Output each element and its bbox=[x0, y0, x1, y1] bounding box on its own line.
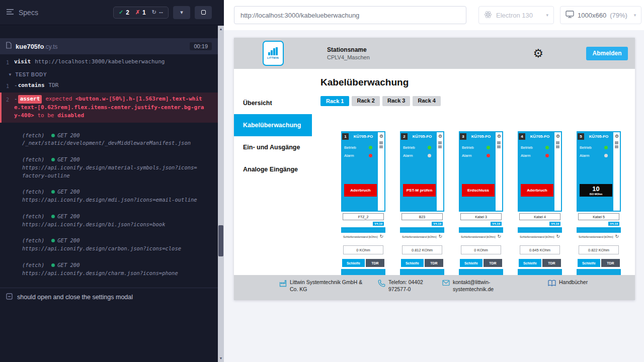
fetch-status: GET 200 bbox=[51, 188, 79, 196]
alarm-led bbox=[487, 154, 490, 157]
specs-menu-icon[interactable] bbox=[6, 8, 14, 17]
footer-phone: Telefon: 04402 972577-0 bbox=[378, 279, 429, 293]
status-button[interactable]: Erdschluss bbox=[462, 184, 495, 197]
card-header: 5 KÜ705-FO ⚙ bbox=[577, 131, 621, 140]
status-button[interactable]: PST-M prüfen bbox=[403, 184, 436, 197]
spec-extension: .cy.ts bbox=[44, 43, 57, 50]
rack-tab[interactable]: Rack 4 bbox=[413, 96, 440, 106]
sidebar-item[interactable]: Kabelüberwachung bbox=[234, 114, 312, 136]
rack-tab[interactable]: Rack 3 bbox=[382, 96, 410, 106]
schleife-button[interactable]: Schleife bbox=[519, 259, 541, 267]
led-panel: Betrieb Alarm bbox=[518, 140, 549, 158]
cypress-window: Specs ✓2 ✗1 ↻-- ▾ kue705fo.cy.ts 00:19 1… bbox=[0, 0, 644, 362]
sidebar-item[interactable]: Ein- und Ausgänge bbox=[234, 136, 312, 158]
command-prefix: - bbox=[14, 82, 18, 88]
station-label: Stationsname bbox=[327, 46, 370, 53]
viewport-select[interactable]: 1000x660 (79%) ▾ bbox=[560, 6, 641, 24]
tdr-button[interactable]: TDR bbox=[542, 259, 561, 267]
card-settings-button[interactable]: ⚙ bbox=[437, 133, 444, 140]
fetch-url: https://api.iconify.design/material-symb… bbox=[22, 164, 199, 180]
gear-icon: ⚙ bbox=[497, 134, 501, 139]
tdr-button[interactable]: TDR bbox=[484, 259, 502, 267]
refresh-icon[interactable]: ↻ bbox=[556, 234, 560, 239]
refresh-icon[interactable]: ↻ bbox=[379, 234, 383, 239]
logout-button[interactable]: Abmelden bbox=[586, 47, 628, 60]
alarm-row: Alarm bbox=[580, 153, 608, 158]
schleife-button[interactable]: Schleife bbox=[460, 259, 482, 267]
schleife-button[interactable]: Schleife bbox=[578, 259, 600, 267]
app-header: LITTWIN Stationsname CPLV4_Maschen ⚙ Abm… bbox=[234, 38, 635, 69]
refresh-icon[interactable]: ↻ bbox=[497, 234, 501, 239]
betrieb-row: Betrieb bbox=[344, 145, 372, 150]
status-button[interactable]: 10 ISO MOhm bbox=[580, 184, 612, 197]
version-badge: V4.19 bbox=[373, 222, 384, 226]
refresh-icon[interactable]: ↻ bbox=[615, 234, 619, 239]
measurement-title-row: Schleifenwiderstand [kOhm] ↻ bbox=[342, 234, 384, 239]
tdr-button[interactable]: TDR bbox=[425, 259, 443, 267]
alarm-label: Alarm bbox=[521, 153, 531, 158]
visit-command-row[interactable]: 1 visithttp://localhost:3000/kabelueberw… bbox=[0, 56, 218, 68]
betrieb-led bbox=[545, 146, 549, 149]
card-number: 2 bbox=[401, 133, 408, 140]
version-row: V4.19 bbox=[401, 220, 443, 226]
tdr-button[interactable]: TDR bbox=[366, 259, 384, 267]
next-test-row[interactable]: should open and close the settings modal bbox=[0, 288, 218, 306]
card-number: 4 bbox=[519, 133, 525, 140]
alarm-row: Alarm bbox=[462, 153, 490, 158]
test-icon bbox=[6, 293, 13, 301]
scrollbar-thumb[interactable] bbox=[218, 225, 223, 256]
url-bar[interactable]: http://localhost:3000/kabelueberwachung bbox=[234, 6, 466, 24]
browser-select[interactable]: Electron 130 ▾ bbox=[478, 6, 554, 24]
spec-file-bar[interactable]: kue705fo.cy.ts 00:19 bbox=[0, 38, 218, 54]
sidebar-item[interactable]: Analoge Eingänge bbox=[234, 158, 312, 180]
failed-assert-row[interactable]: 2 -assertexpected <button.w-[50%].h-[1.5… bbox=[0, 93, 218, 123]
specs-label[interactable]: Specs bbox=[19, 9, 38, 17]
tdr-button[interactable]: TDR bbox=[601, 259, 620, 267]
measurement-value: 0 KOhm bbox=[461, 245, 501, 254]
settings-gear-icon[interactable]: ⚙ bbox=[533, 48, 543, 59]
led-panel: Betrieb Alarm bbox=[341, 140, 372, 158]
aut-frame: LITTWIN Stationsname CPLV4_Maschen ⚙ Abm… bbox=[224, 30, 644, 300]
fetch-status: GET 200 bbox=[51, 213, 79, 221]
collapse-runner-button[interactable]: ▾ bbox=[173, 6, 190, 19]
contains-command-row[interactable]: 1 -containsTDR bbox=[0, 80, 218, 92]
status-button[interactable]: Aderbruch bbox=[521, 184, 553, 197]
runner-scrollbar[interactable]: ▲ ▼ bbox=[218, 0, 224, 362]
card-settings-button[interactable]: ⚙ bbox=[378, 133, 385, 140]
refresh-icon[interactable]: ↻ bbox=[438, 234, 442, 239]
card-number: 5 bbox=[578, 133, 584, 140]
cable-name: Kabel 5 bbox=[578, 213, 619, 220]
fetch-url: /_next/static/development/_devMiddleware… bbox=[22, 139, 199, 147]
cable-name: FTZ_2 bbox=[343, 213, 384, 220]
card-buttons: Schleife TDR bbox=[401, 259, 443, 267]
chevron-down-icon: ▾ bbox=[631, 13, 636, 18]
test-body-section[interactable]: ▼ TEST BODY bbox=[0, 68, 218, 80]
stop-tests-button[interactable] bbox=[195, 6, 212, 19]
footer-email-text[interactable]: kontakt@littwin-systemtechnik.de bbox=[453, 279, 519, 293]
station-info: Stationsname CPLV4_Maschen bbox=[327, 46, 370, 60]
card-settings-button[interactable]: ⚙ bbox=[496, 133, 503, 140]
station-name: CPLV4_Maschen bbox=[327, 54, 370, 60]
fetch-head: (fetch) GET 200 bbox=[22, 261, 199, 269]
status-button[interactable]: Aderbruch bbox=[344, 184, 377, 197]
schleife-button[interactable]: Schleife bbox=[342, 259, 365, 267]
fetch-log-entry: (fetch) GET 200 https://api.iconify.desi… bbox=[0, 211, 211, 231]
assert-body: -assertexpected <button.w-[50%].h-[1.563… bbox=[14, 95, 214, 120]
book-icon bbox=[548, 280, 556, 289]
sidebar-item[interactable]: Übersicht bbox=[234, 92, 312, 114]
runner-header: Specs ✓2 ✗1 ↻-- ▾ bbox=[0, 0, 218, 25]
status-ok-dot-icon bbox=[51, 215, 55, 218]
rack-tab[interactable]: Rack 2 bbox=[352, 96, 379, 106]
rack-tab[interactable]: Rack 1 bbox=[320, 96, 349, 106]
card-buttons: Schleife TDR bbox=[342, 259, 384, 267]
command-message: http://localhost:3000/kabelueberwachung bbox=[35, 58, 165, 65]
card-settings-button[interactable]: ⚙ bbox=[613, 133, 620, 140]
version-badge: V4.19 bbox=[432, 222, 443, 226]
scroll-up-icon[interactable]: ▲ bbox=[218, 26, 224, 32]
card-settings-button[interactable]: ⚙ bbox=[554, 133, 561, 140]
footer-manuals[interactable]: Handbücher bbox=[548, 279, 588, 289]
version-row: V4.19 bbox=[460, 220, 502, 226]
scroll-down-icon[interactable]: ▼ bbox=[218, 355, 224, 361]
schleife-button[interactable]: Schleife bbox=[401, 259, 424, 267]
footer-email: kontakt@littwin-systemtechnik.de bbox=[442, 279, 519, 293]
